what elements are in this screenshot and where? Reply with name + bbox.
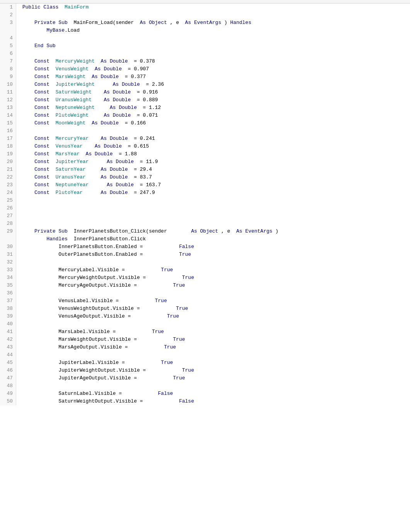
code-line: JupiterAgeOutput.Visible = True: [22, 374, 404, 382]
code-line: Const UranusYear As Double = 83.7: [22, 173, 404, 181]
code-line: InnerPlanetsButton.Enabled = False: [22, 243, 404, 251]
line-number: 38: [3, 305, 13, 313]
line-number: [3, 235, 13, 243]
line-number: 43: [3, 343, 13, 351]
code-line: Const MarsYear As Double = 1.88: [22, 150, 404, 158]
code-line: OuterPlanetsButton.Enabled = True: [22, 251, 404, 258]
line-number: 33: [3, 266, 13, 274]
code-line: [22, 127, 404, 135]
line-number: 28: [3, 220, 13, 228]
code-line: End Sub: [22, 42, 404, 50]
code-line: [22, 220, 404, 228]
line-number: 35: [3, 282, 13, 289]
line-number: 19: [3, 150, 13, 158]
line-number: [3, 27, 13, 34]
code-line: [22, 351, 404, 359]
line-number: 20: [3, 158, 13, 166]
line-number: 15: [3, 119, 13, 127]
line-number: 1: [3, 3, 13, 11]
line-number: 26: [3, 204, 13, 212]
code-line: Handles InnerPlanetsButton.Click: [22, 235, 404, 243]
code-line: Const JupiterYear As Double = 11.9: [22, 158, 404, 166]
line-numbers: 1234567891011121314151617181920212223242…: [0, 3, 16, 405]
line-number: 40: [3, 320, 13, 328]
line-number: 14: [3, 112, 13, 119]
code-area: 1234567891011121314151617181920212223242…: [0, 3, 410, 405]
line-number: 48: [3, 382, 13, 390]
code-line: Const MoonWeight As Double = 0.166: [22, 119, 404, 127]
line-number: 47: [3, 374, 13, 382]
code-line: [22, 382, 404, 390]
editor-container: 1234567891011121314151617181920212223242…: [0, 0, 410, 532]
code-content[interactable]: Public Class MainForm Private Sub MainFo…: [16, 3, 410, 405]
line-number: 22: [3, 173, 13, 181]
code-line: Private Sub InnerPlanetsButton_Click(sen…: [22, 228, 404, 235]
code-line: MercuryLabel.Visible = True: [22, 266, 404, 274]
line-number: 41: [3, 328, 13, 336]
line-number: 8: [3, 65, 13, 73]
code-line: JupiterWeightOutput.Visible = True: [22, 367, 404, 374]
line-number: 31: [3, 251, 13, 258]
line-number: 2: [3, 11, 13, 19]
code-line: [22, 204, 404, 212]
code-line: [22, 320, 404, 328]
code-line: VenusWeightOutput.Visible = True: [22, 305, 404, 313]
line-number: 23: [3, 181, 13, 189]
line-number: 44: [3, 351, 13, 359]
code-line: MarsAgeOutput.Visible = True: [22, 343, 404, 351]
code-line: MarsWeightOutput.Visible = True: [22, 336, 404, 343]
code-line: [22, 50, 404, 58]
code-line: Const MarsWeight As Double = 0.377: [22, 73, 404, 81]
code-line: [22, 34, 404, 42]
line-number: 13: [3, 104, 13, 112]
line-number: 16: [3, 127, 13, 135]
file-path-bar: [0, 0, 410, 3]
code-line: [22, 11, 404, 19]
code-line: VenusAgeOutput.Visible = True: [22, 313, 404, 320]
line-number: 29: [3, 228, 13, 235]
code-line: Const NeptuneWeight As Double = 1.12: [22, 104, 404, 112]
code-line: Const PlutoWeight As Double = 0.071: [22, 112, 404, 119]
line-number: 32: [3, 258, 13, 266]
line-number: 42: [3, 336, 13, 343]
line-number: 30: [3, 243, 13, 251]
code-line: Const MercuryYear As Double = 0.241: [22, 135, 404, 143]
line-number: 18: [3, 143, 13, 150]
line-number: 10: [3, 81, 13, 88]
code-line: Const JupiterWeight As Double = 2.36: [22, 81, 404, 88]
code-line: Public Class MainForm: [22, 3, 404, 11]
code-line: Const UranusWeight As Double = 0.889: [22, 96, 404, 104]
line-number: 12: [3, 96, 13, 104]
code-line: Const SaturnWeight As Double = 0.916: [22, 88, 404, 96]
code-line: Const SaturnYear As Double = 29.4: [22, 166, 404, 173]
line-number: 6: [3, 50, 13, 58]
code-line: Const MercuryWeight As Double = 0.378: [22, 58, 404, 65]
line-number: 3: [3, 19, 13, 27]
code-line: MercuryWeightOutput.Visible = True: [22, 274, 404, 282]
code-line: JupiterLabel.Visible = True: [22, 359, 404, 367]
line-number: 27: [3, 212, 13, 220]
code-line: MyBase.Load: [22, 27, 404, 34]
code-line: Private Sub MainForm_Load(sender As Obje…: [22, 19, 404, 27]
line-number: 5: [3, 42, 13, 50]
code-line: MarsLabel.Visible = True: [22, 328, 404, 336]
code-line: [22, 197, 404, 204]
line-number: 34: [3, 274, 13, 282]
line-number: 11: [3, 88, 13, 96]
code-line: Const VenusWeight As Double = 0.907: [22, 65, 404, 73]
line-number: 7: [3, 58, 13, 65]
line-number: 37: [3, 297, 13, 305]
code-line: [22, 289, 404, 297]
line-number: 4: [3, 34, 13, 42]
line-number: 50: [3, 398, 13, 405]
line-number: 17: [3, 135, 13, 143]
code-line: SaturnWeightOutput.Visible = False: [22, 398, 404, 405]
line-number: 21: [3, 166, 13, 173]
code-line: Const NeptuneYear As Double = 163.7: [22, 181, 404, 189]
line-number: 36: [3, 289, 13, 297]
code-line: SaturnLabel.Visible = False: [22, 390, 404, 398]
line-number: 25: [3, 197, 13, 204]
line-number: 46: [3, 367, 13, 374]
line-number: 49: [3, 390, 13, 398]
code-line: MercuryAgeOutput.Visible = True: [22, 282, 404, 289]
